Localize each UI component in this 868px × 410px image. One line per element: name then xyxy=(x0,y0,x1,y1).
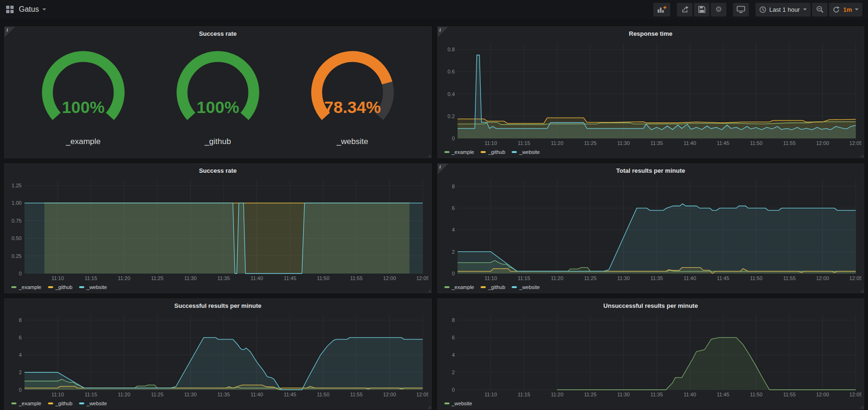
refresh-button[interactable]: 1m xyxy=(829,3,862,16)
successful-results-chart[interactable]: 0246811:1011:1511:2011:2511:3011:3511:40… xyxy=(8,311,428,399)
svg-text:11:15: 11:15 xyxy=(517,275,530,281)
svg-text:11:10: 11:10 xyxy=(51,275,64,281)
svg-text:11:45: 11:45 xyxy=(284,275,297,281)
add-panel-icon xyxy=(657,6,667,13)
panel-response-time: i Response time 00.20.40.60.811:1011:151… xyxy=(437,26,865,158)
svg-text:11:20: 11:20 xyxy=(551,140,563,146)
svg-text:0.25: 0.25 xyxy=(12,253,22,259)
svg-text:11:35: 11:35 xyxy=(650,392,663,397)
dashboard-title[interactable]: Gatus xyxy=(19,5,46,14)
refresh-interval-label: 1m xyxy=(843,6,852,13)
svg-text:11:55: 11:55 xyxy=(350,275,363,281)
svg-text:11:50: 11:50 xyxy=(317,275,330,281)
svg-text:11:25: 11:25 xyxy=(584,275,596,281)
svg-text:11:15: 11:15 xyxy=(517,140,530,146)
chart-legend: _example_github_website xyxy=(8,399,428,408)
legend-item[interactable]: _github xyxy=(481,284,505,290)
gauge-label: _github xyxy=(155,137,281,146)
panel-resize-handle[interactable] xyxy=(426,404,431,409)
legend-item[interactable]: _example xyxy=(11,401,41,406)
svg-text:11:45: 11:45 xyxy=(716,392,729,397)
add-panel-button[interactable] xyxy=(653,3,670,16)
chart-legend: _example_github_website xyxy=(8,282,428,292)
panel-resize-handle[interactable] xyxy=(426,288,431,292)
svg-text:11:30: 11:30 xyxy=(184,275,197,281)
panel-info-icon[interactable]: i xyxy=(438,164,448,174)
legend-item[interactable]: _github xyxy=(48,401,72,406)
caret-down-icon xyxy=(42,8,46,10)
legend-item[interactable]: _website xyxy=(512,149,539,155)
legend-item[interactable]: _example xyxy=(444,149,474,155)
panel-title[interactable]: Successful results per minute xyxy=(5,299,431,310)
gauge-row: 100% _example 100% _github 78.34% _websi… xyxy=(8,39,428,157)
svg-text:11:40: 11:40 xyxy=(683,392,696,397)
svg-text:0.6: 0.6 xyxy=(447,69,454,74)
svg-text:11:55: 11:55 xyxy=(783,275,796,281)
svg-text:12:00: 12:00 xyxy=(816,392,829,397)
legend-item[interactable]: _website xyxy=(79,284,107,290)
total-results-chart[interactable]: 0246811:1011:1511:2011:2511:3011:3511:40… xyxy=(441,176,861,282)
svg-text:11:35: 11:35 xyxy=(650,275,663,281)
legend-item[interactable]: _example xyxy=(444,284,474,290)
panel-resize-handle[interactable] xyxy=(859,288,863,292)
svg-text:11:50: 11:50 xyxy=(750,392,763,397)
zoom-out-button[interactable] xyxy=(812,3,828,16)
svg-text:11:40: 11:40 xyxy=(250,392,263,397)
svg-text:11:50: 11:50 xyxy=(750,275,763,281)
save-button[interactable] xyxy=(694,3,709,16)
chart-legend: _example_github_website xyxy=(441,147,861,157)
chart-legend: _website xyxy=(441,399,861,408)
svg-text:8: 8 xyxy=(451,317,454,323)
panel-title[interactable]: Response time xyxy=(438,27,864,38)
time-range-picker[interactable]: Last 1 hour xyxy=(755,3,811,16)
legend-item[interactable]: _github xyxy=(48,284,72,290)
svg-text:0.4: 0.4 xyxy=(447,91,454,97)
response-time-chart[interactable]: 00.20.40.60.811:1011:1511:2011:2511:3011… xyxy=(441,39,861,147)
gauge-_website: 78.34% _website xyxy=(290,49,415,147)
success-rate-chart[interactable]: 00.250.500.751.001.2511:1011:1511:2011:2… xyxy=(8,176,428,282)
svg-text:11:25: 11:25 xyxy=(151,392,164,397)
svg-text:11:50: 11:50 xyxy=(750,140,763,146)
panel-resize-handle[interactable] xyxy=(859,153,863,157)
svg-text:6: 6 xyxy=(451,335,454,340)
settings-button[interactable]: ⚙ xyxy=(711,3,726,16)
settings-gear-icon: ⚙ xyxy=(715,6,722,13)
svg-text:11:15: 11:15 xyxy=(517,392,530,397)
legend-item[interactable]: _website xyxy=(444,401,472,406)
svg-text:11:20: 11:20 xyxy=(118,275,130,281)
svg-text:0: 0 xyxy=(451,136,454,141)
panel-info-icon[interactable]: i xyxy=(5,27,15,37)
tv-mode-button[interactable] xyxy=(733,3,749,16)
panel-title[interactable]: Success rate xyxy=(5,27,431,38)
dashboard-grid-icon[interactable] xyxy=(6,5,14,14)
svg-text:0.2: 0.2 xyxy=(447,113,454,119)
svg-text:6: 6 xyxy=(19,335,22,340)
legend-item[interactable]: _github xyxy=(481,149,505,155)
svg-text:11:35: 11:35 xyxy=(217,275,230,281)
panel-resize-handle[interactable] xyxy=(426,153,431,157)
svg-text:11:35: 11:35 xyxy=(217,392,230,397)
svg-text:11:40: 11:40 xyxy=(683,140,696,146)
save-icon xyxy=(698,6,706,13)
panel-info-icon[interactable]: i xyxy=(438,27,448,37)
svg-text:11:30: 11:30 xyxy=(617,275,630,281)
svg-text:0.50: 0.50 xyxy=(12,235,22,241)
share-button[interactable] xyxy=(677,3,692,16)
svg-text:11:20: 11:20 xyxy=(118,392,130,397)
tv-mode-icon xyxy=(737,6,745,13)
panel-title[interactable]: Success rate xyxy=(5,164,431,175)
panel-title[interactable]: Total results per minute xyxy=(438,164,864,175)
panel-title[interactable]: Unsuccessful results per minute xyxy=(438,299,864,310)
zoom-out-icon xyxy=(816,6,824,13)
svg-text:8: 8 xyxy=(19,317,22,323)
svg-text:8: 8 xyxy=(451,184,454,189)
svg-text:11:35: 11:35 xyxy=(650,140,663,146)
svg-text:2: 2 xyxy=(451,370,454,375)
gauge-label: _example xyxy=(21,137,146,146)
legend-item[interactable]: _example xyxy=(11,284,41,290)
unsuccessful-results-chart[interactable]: 0246811:1011:1511:2011:2511:3011:3511:40… xyxy=(441,311,861,399)
gauge-label: _website xyxy=(290,137,415,146)
legend-item[interactable]: _website xyxy=(512,284,539,290)
panel-resize-handle[interactable] xyxy=(859,404,863,409)
legend-item[interactable]: _website xyxy=(79,401,107,406)
